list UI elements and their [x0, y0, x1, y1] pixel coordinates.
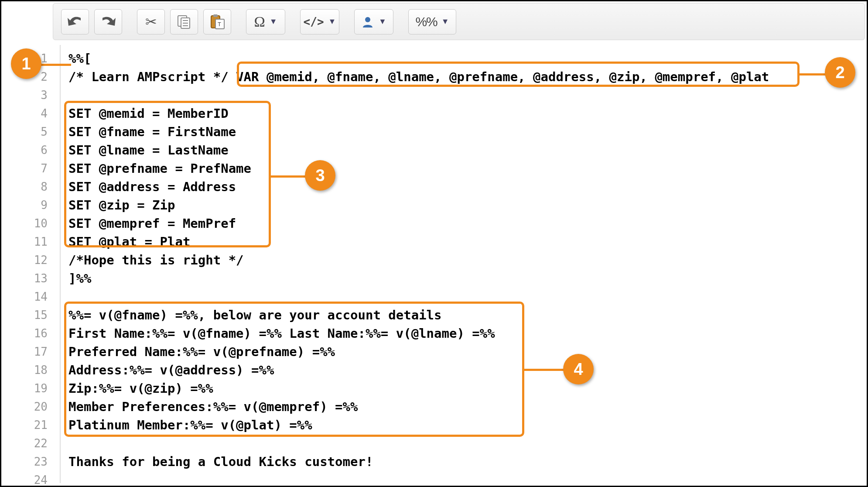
user-icon — [361, 15, 374, 28]
code-line[interactable] — [68, 288, 864, 306]
code-line[interactable]: Preferred Name:%%= v(@prefname) =%% — [68, 343, 864, 361]
copy-button[interactable] — [170, 9, 198, 34]
code-line[interactable] — [68, 434, 864, 453]
undo-button[interactable] — [61, 9, 89, 34]
editor-toolbar: ✂ T Ω ▼ </> ▼ ▼ %% — [53, 3, 865, 40]
percent-icon: %% — [415, 14, 437, 29]
line-number: 6 — [4, 141, 60, 159]
chevron-down-icon: ▼ — [270, 17, 277, 26]
code-line[interactable]: %%= v(@fname) =%%, below are your accoun… — [68, 306, 864, 324]
code-editor[interactable]: 123456789101112131415161718192021222324 … — [4, 45, 864, 483]
line-number: 15 — [4, 306, 60, 324]
line-number: 2 — [4, 68, 60, 86]
line-number: 24 — [4, 471, 60, 487]
line-number: 17 — [4, 343, 60, 361]
code-line[interactable]: /* Learn AMPscript */ VAR @memid, @fname… — [68, 68, 864, 86]
code-line[interactable] — [68, 471, 864, 487]
code-line[interactable] — [68, 86, 864, 104]
special-char-button[interactable]: Ω ▼ — [246, 9, 285, 34]
svg-rect-6 — [213, 14, 218, 17]
cut-icon: ✂ — [145, 14, 157, 30]
line-number: 7 — [4, 159, 60, 178]
line-number: 3 — [4, 86, 60, 104]
undo-icon — [68, 16, 82, 27]
code-line[interactable]: SET @mempref = MemPref — [68, 214, 864, 233]
code-line[interactable]: /*Hope this is right */ — [68, 251, 864, 269]
chevron-down-icon: ▼ — [441, 17, 449, 26]
cut-button[interactable]: ✂ — [137, 9, 165, 34]
redo-icon — [101, 16, 116, 27]
line-number: 14 — [4, 288, 60, 306]
svg-text:T: T — [218, 21, 221, 27]
code-line[interactable]: SET @prefname = PrefName — [68, 159, 864, 178]
code-snippet-button[interactable]: </> ▼ — [300, 9, 339, 34]
paste-icon: T — [209, 14, 225, 30]
line-number: 8 — [4, 178, 60, 196]
paste-button[interactable]: T — [203, 9, 231, 34]
code-line[interactable]: ]%% — [68, 269, 864, 288]
redo-button[interactable] — [94, 9, 122, 34]
line-number: 13 — [4, 269, 60, 288]
chevron-down-icon: ▼ — [328, 17, 336, 26]
copy-icon — [177, 14, 191, 29]
code-content[interactable]: %%[/* Learn AMPscript */ VAR @memid, @fn… — [61, 45, 864, 483]
line-number: 9 — [4, 196, 60, 214]
code-line[interactable]: SET @memid = MemberID — [68, 104, 864, 123]
chevron-down-icon: ▼ — [379, 17, 386, 26]
line-number: 23 — [4, 453, 60, 471]
code-icon: </> — [304, 15, 324, 28]
svg-point-9 — [365, 17, 370, 22]
user-menu-button[interactable]: ▼ — [354, 9, 393, 34]
code-line[interactable]: Platinum Member:%%= v(@plat) =%% — [68, 416, 864, 434]
line-number: 21 — [4, 416, 60, 434]
line-number: 11 — [4, 233, 60, 251]
code-line[interactable]: SET @address = Address — [68, 178, 864, 196]
line-number-gutter: 123456789101112131415161718192021222324 — [4, 45, 61, 483]
code-line[interactable]: SET @fname = FirstName — [68, 123, 864, 141]
code-line[interactable]: SET @zip = Zip — [68, 196, 864, 214]
line-number: 20 — [4, 398, 60, 416]
line-number: 12 — [4, 251, 60, 269]
line-number: 4 — [4, 104, 60, 123]
code-line[interactable]: Member Preferences:%%= v(@mempref) =%% — [68, 398, 864, 416]
line-number: 16 — [4, 324, 60, 343]
personalization-button[interactable]: %% ▼ — [408, 9, 456, 34]
code-line[interactable]: SET @plat = Plat — [68, 233, 864, 251]
code-line[interactable]: Zip:%%= v(@zip) =%% — [68, 379, 864, 398]
omega-icon: Ω — [254, 14, 265, 30]
line-number: 5 — [4, 123, 60, 141]
line-number: 1 — [4, 49, 60, 68]
code-line[interactable]: Thanks for being a Cloud Kicks customer! — [68, 453, 864, 471]
line-number: 22 — [4, 434, 60, 453]
line-number: 18 — [4, 361, 60, 379]
code-line[interactable]: SET @lname = LastName — [68, 141, 864, 159]
line-number: 19 — [4, 379, 60, 398]
line-number: 10 — [4, 214, 60, 233]
code-line[interactable]: Address:%%= v(@address) =%% — [68, 361, 864, 379]
code-line[interactable]: First Name:%%= v(@fname) =%% Last Name:%… — [68, 324, 864, 343]
code-line[interactable]: %%[ — [68, 49, 864, 68]
